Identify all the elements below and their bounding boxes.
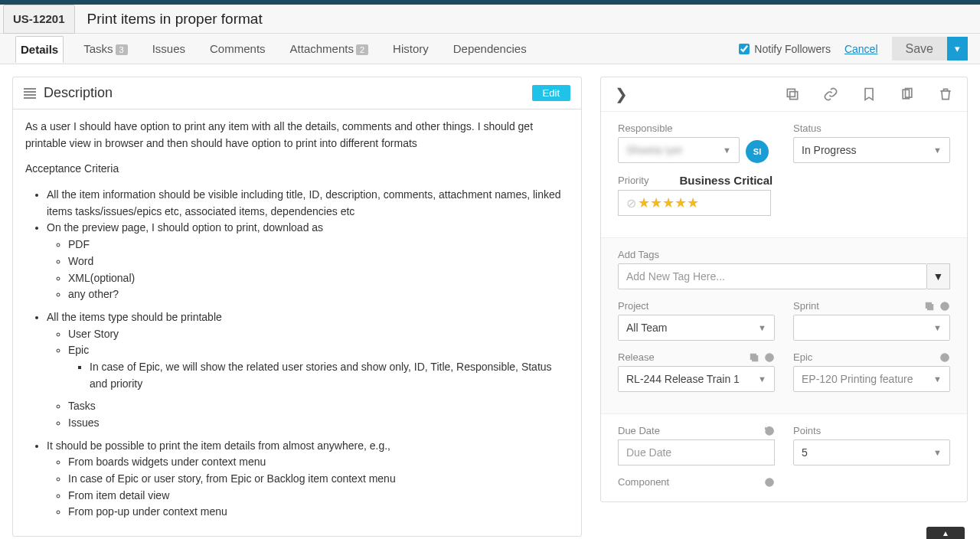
description-panel: Description Edit As a user I should have… [12, 77, 582, 537]
tab-tasks[interactable]: Tasks3 [79, 36, 132, 61]
star-icon: ★ [650, 194, 662, 211]
star-icon: ★ [662, 194, 675, 211]
tags-input[interactable]: Add New Tag Here... [618, 263, 927, 289]
tab-attachments[interactable]: Attachments2 [286, 36, 374, 61]
list-item: Tasks [68, 398, 569, 415]
release-label: Release [618, 351, 775, 363]
notify-followers[interactable]: Notify Followers [739, 43, 831, 55]
list-item: any other? [68, 286, 569, 303]
drag-handle-icon[interactable] [24, 88, 36, 99]
item-title: Print items in proper format [87, 11, 263, 28]
plus-icon[interactable] [764, 477, 775, 488]
list-item: From item detail view [68, 488, 569, 505]
avatar[interactable]: SI [746, 140, 769, 163]
tags-dropdown[interactable]: ▼ [927, 263, 950, 289]
priority-text: Business Critical [679, 174, 773, 187]
tab-dependencies[interactable]: Dependencies [449, 36, 531, 61]
svg-rect-5 [928, 304, 933, 309]
notify-checkbox[interactable] [739, 44, 750, 54]
tags-label: Add Tags [618, 249, 950, 260]
due-date-label: Due Date [618, 425, 775, 436]
item-id-pill[interactable]: US-12201 [3, 5, 75, 34]
list-item: User Story [68, 326, 569, 343]
attachments-badge: 2 [356, 44, 368, 55]
tab-issues[interactable]: Issues [148, 36, 190, 61]
list-item: Epic In case of Epic, we will show the r… [68, 342, 569, 392]
status-value: In Progress [802, 144, 857, 156]
plus-icon[interactable] [939, 352, 950, 363]
epic-select[interactable]: EP-120 Printing feature▼ [793, 366, 950, 392]
status-label: Status [793, 122, 950, 134]
save-dropdown[interactable]: ▾ [947, 37, 968, 60]
list-item: In case of Epic, we will show the relate… [90, 359, 569, 392]
list-item: PDF [68, 237, 569, 253]
svg-rect-0 [790, 92, 798, 100]
list-item: From boards widgets under context menu [68, 454, 569, 471]
list-item: From pop-up under context menu [68, 504, 569, 521]
release-select[interactable]: RL-244 Release Train 1▼ [618, 366, 775, 392]
edit-button[interactable]: Edit [532, 85, 570, 101]
popout-icon[interactable] [924, 301, 935, 312]
duplicate-icon[interactable] [900, 87, 915, 102]
epic-label: Epic [793, 351, 950, 363]
svg-rect-8 [753, 355, 758, 361]
star-icon: ★ [687, 194, 699, 211]
points-select[interactable]: 5▼ [793, 439, 950, 466]
points-label: Points [793, 425, 950, 436]
copy-icon[interactable] [785, 87, 800, 102]
responsible-label: Responsible [618, 122, 775, 134]
reset-icon[interactable] [764, 426, 775, 436]
plus-icon[interactable] [939, 301, 950, 312]
tab-bar: Details Tasks3 Issues Comments Attachmen… [0, 34, 980, 64]
cancel-link[interactable]: Cancel [844, 43, 878, 55]
project-select[interactable]: All Team▼ [618, 315, 775, 341]
sprint-select[interactable]: ▼ [793, 315, 950, 341]
component-label: Component [618, 476, 775, 488]
save-button[interactable]: Save [892, 37, 947, 60]
list-item: In case of Epic or user story, from Epic… [68, 471, 569, 488]
sprint-label: Sprint [793, 300, 950, 312]
list-item: On the preview page, I should option to … [47, 220, 569, 302]
expand-icon[interactable]: ❯ [615, 85, 628, 103]
bottom-drawer-toggle[interactable]: ▲ [926, 527, 965, 539]
list-item: Issues [68, 415, 569, 432]
properties-panel: ❯ Responsible Shweta Iyer▼ SI [600, 77, 968, 502]
priority-label: Priority [618, 175, 648, 186]
star-icon: ★ [675, 194, 687, 211]
list-item: Word [68, 253, 569, 270]
star-icon: ★ [638, 194, 650, 211]
description-intro: As a user I should have option to print … [25, 119, 569, 152]
acceptance-criteria-label: Acceptance Criteria [25, 161, 569, 178]
list-item: XML(optional) [68, 270, 569, 287]
svg-rect-1 [787, 89, 795, 96]
priority-stars[interactable]: ⊘ ★ ★ ★ ★ ★ [618, 190, 771, 216]
bookmark-icon[interactable] [861, 87, 877, 102]
link-icon[interactable] [823, 87, 838, 102]
responsible-value: Shweta Iyer [626, 144, 683, 156]
tasks-badge: 3 [116, 44, 128, 55]
description-body: As a user I should have option to print … [13, 109, 581, 536]
list-item: All the item information should be visib… [47, 187, 569, 220]
tab-history[interactable]: History [388, 36, 433, 61]
plus-icon[interactable] [764, 352, 775, 363]
description-heading: Description [44, 85, 113, 101]
tab-details[interactable]: Details [15, 36, 64, 63]
list-item: It should be possible to print the item … [47, 438, 569, 521]
item-id: US-12201 [13, 12, 65, 25]
trash-icon[interactable] [938, 87, 953, 102]
list-item: All the items type should be printable U… [47, 309, 569, 432]
tab-comments[interactable]: Comments [205, 36, 270, 61]
header: US-12201 Print items in proper format [0, 5, 980, 34]
due-date-input[interactable]: Due Date [618, 439, 775, 466]
responsible-select[interactable]: Shweta Iyer▼ [618, 137, 740, 163]
popout-icon[interactable] [749, 352, 760, 363]
status-select[interactable]: In Progress▼ [793, 137, 950, 163]
project-label: Project [618, 300, 775, 312]
no-priority-icon: ⊘ [626, 196, 636, 211]
